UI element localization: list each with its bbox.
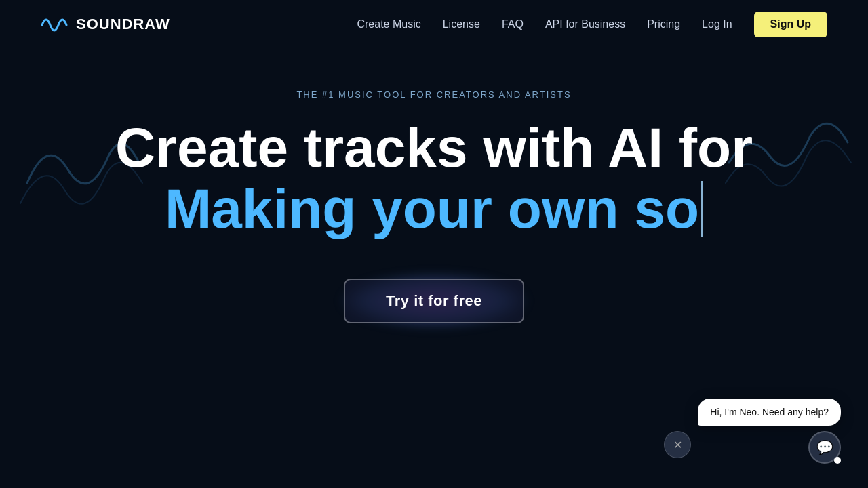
nav-pricing[interactable]: Pricing — [647, 18, 680, 30]
hero-section: THE #1 MUSIC TOOL FOR CREATORS AND ARTIS… — [0, 49, 868, 323]
nav-create-music[interactable]: Create Music — [357, 18, 420, 30]
text-cursor — [701, 181, 703, 237]
hero-title-line1: Create tracks with AI for — [115, 119, 753, 177]
try-free-button[interactable]: Try it for free — [344, 279, 524, 323]
header: SOUNDRAW Create Music License FAQ API fo… — [0, 0, 868, 49]
signup-button[interactable]: Sign Up — [754, 12, 827, 37]
logo[interactable]: SOUNDRAW — [41, 10, 170, 39]
nav-api[interactable]: API for Business — [545, 18, 625, 30]
chat-close-button[interactable]: ✕ — [664, 431, 691, 458]
nav-license[interactable]: License — [443, 18, 480, 30]
main-nav: Create Music License FAQ API for Busines… — [357, 12, 827, 37]
logo-icon — [41, 10, 71, 39]
chat-icon: 💬 — [816, 439, 833, 455]
nav-login[interactable]: Log In — [702, 18, 732, 30]
hero-subtitle: THE #1 MUSIC TOOL FOR CREATORS AND ARTIS… — [296, 89, 571, 100]
chat-widget: ✕ Hi, I'm Neo. Need any help? 💬 — [664, 399, 841, 464]
cta-wrapper: Try it for free — [344, 279, 524, 323]
chat-avatar[interactable]: 💬 — [808, 431, 841, 464]
chat-online-dot — [834, 457, 841, 464]
nav-faq[interactable]: FAQ — [502, 18, 524, 30]
close-icon: ✕ — [673, 439, 682, 451]
hero-title-line2: Making your own so — [165, 180, 703, 238]
logo-wordmark: SOUNDRAW — [76, 16, 170, 33]
chat-bubble: Hi, I'm Neo. Need any help? — [698, 399, 841, 426]
